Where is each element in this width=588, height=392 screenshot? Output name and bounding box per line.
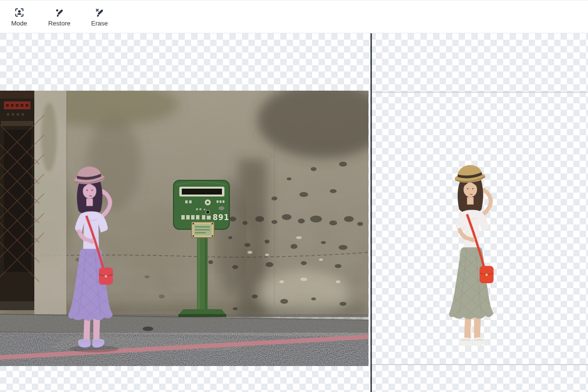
result-preview xyxy=(372,33,588,392)
mode-button[interactable]: Mode xyxy=(5,7,33,26)
app-window: Mode Restore Erase xyxy=(0,0,588,392)
mailbox-number: 891 xyxy=(213,213,229,222)
brush-restore-icon xyxy=(54,7,65,18)
subject-cutout-figure xyxy=(436,164,507,346)
mode-label: Mode xyxy=(11,20,27,26)
person-frame-icon xyxy=(14,7,24,18)
brush-erase-icon xyxy=(95,7,105,18)
mailbox-plaque xyxy=(192,222,214,238)
erase-label: Erase xyxy=(91,20,108,26)
restore-label: Restore xyxy=(48,20,71,26)
toolbar: Mode Restore Erase xyxy=(0,0,588,33)
erase-button[interactable]: Erase xyxy=(85,7,114,26)
editor-canvas: 891 xyxy=(0,33,588,392)
original-photo[interactable]: 891 xyxy=(0,91,368,366)
sidewalk-and-road xyxy=(0,314,368,366)
compare-divider[interactable] xyxy=(370,33,372,392)
drain-cover xyxy=(143,327,153,331)
restore-button[interactable]: Restore xyxy=(45,7,74,26)
